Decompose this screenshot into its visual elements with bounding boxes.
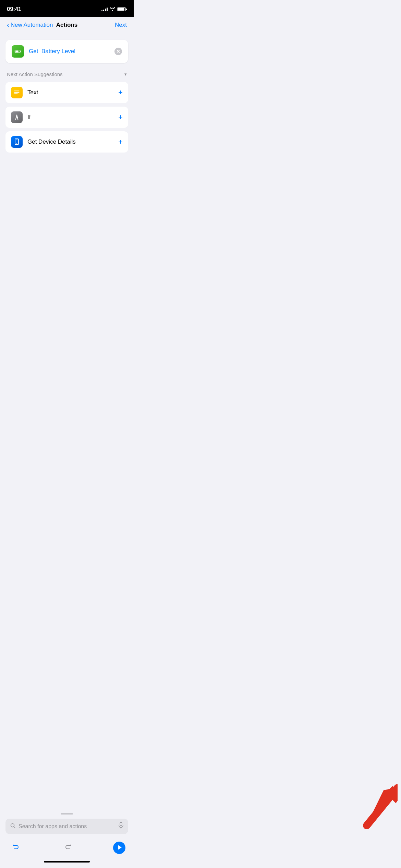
text-action-label: Text <box>27 89 38 96</box>
back-button[interactable]: ‹ New Automation <box>7 21 53 29</box>
suggestion-get-device[interactable]: Get Device Details + <box>5 131 128 153</box>
svg-rect-2 <box>20 51 21 52</box>
nav-bar: ‹ New Automation Actions Next <box>0 17 134 33</box>
svg-rect-8 <box>16 140 18 140</box>
text-action-icon <box>11 87 23 98</box>
wifi-icon <box>110 7 115 12</box>
svg-rect-1 <box>15 51 18 52</box>
suggestion-if[interactable]: If + <box>5 107 128 128</box>
next-button[interactable]: Next <box>115 22 127 28</box>
suggestions-header: Next Action Suggestions ▾ <box>5 71 128 77</box>
battery-app-icon <box>12 45 24 58</box>
page-title: Actions <box>56 22 77 28</box>
action-name: Battery Level <box>41 48 75 55</box>
if-action-icon <box>11 111 23 123</box>
suggestion-if-left: If <box>11 111 31 123</box>
action-card-text: Get Battery Level <box>29 48 75 55</box>
chevron-down-icon[interactable]: ▾ <box>124 72 127 77</box>
suggestion-get-device-left: Get Device Details <box>11 136 76 148</box>
battery-icon <box>117 7 127 11</box>
chevron-left-icon: ‹ <box>7 21 9 29</box>
device-action-icon <box>11 136 23 148</box>
signal-icon <box>101 7 108 11</box>
if-action-label: If <box>27 114 31 121</box>
status-time: 09:41 <box>7 6 21 13</box>
add-device-button[interactable]: + <box>118 138 123 146</box>
svg-point-7 <box>16 143 17 144</box>
svg-rect-3 <box>14 91 20 91</box>
add-text-button[interactable]: + <box>118 89 123 96</box>
status-bar: 09:41 <box>0 0 134 17</box>
action-card[interactable]: Get Battery Level ✕ <box>5 40 128 63</box>
clear-action-button[interactable]: ✕ <box>114 48 122 55</box>
back-label: New Automation <box>11 22 53 28</box>
action-card-left: Get Battery Level <box>12 45 75 58</box>
svg-rect-4 <box>14 92 20 93</box>
svg-rect-5 <box>14 94 18 94</box>
suggestions-title: Next Action Suggestions <box>7 71 63 77</box>
suggestion-text-left: Text <box>11 87 38 98</box>
main-content: Get Battery Level ✕ Next Action Suggesti… <box>0 33 134 163</box>
get-device-action-label: Get Device Details <box>27 138 76 145</box>
status-icons <box>101 7 127 12</box>
suggestion-text[interactable]: Text + <box>5 82 128 103</box>
add-if-button[interactable]: + <box>118 113 123 121</box>
action-prefix: Get <box>29 48 38 55</box>
